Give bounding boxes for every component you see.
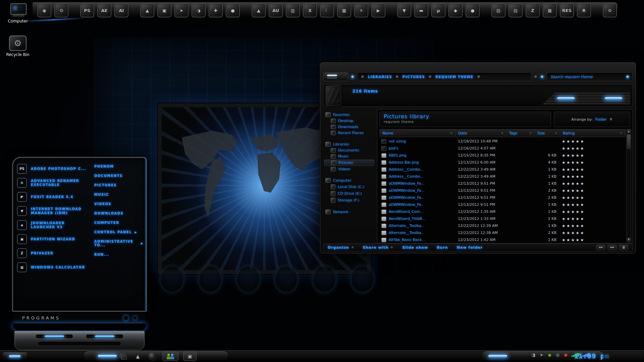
tray-icon[interactable]: ➤ <box>539 353 544 357</box>
file-row[interactable]: psd's 12/16/2012 4:57 AM ★★★★★ <box>379 145 626 152</box>
nav-item[interactable]: Favorites <box>324 112 374 118</box>
command-button[interactable]: Share with <box>363 245 394 250</box>
start-menu-place-item[interactable]: Pictures <box>94 183 143 187</box>
start-menu-place-item[interactable]: Documents <box>94 174 143 178</box>
stop-knob-icon[interactable] <box>540 75 544 79</box>
nav-item[interactable]: Storage (F:) <box>324 197 374 203</box>
start-menu-program-item[interactable]: PS Adobe Photoshop C... <box>17 164 88 174</box>
arrange-by-control[interactable]: Arrange by: Folder <box>554 112 630 127</box>
nav-knob-icon[interactable] <box>351 75 355 79</box>
arrange-value[interactable]: Folder <box>595 117 607 122</box>
place-label: Videos <box>94 202 111 206</box>
scroll-down-icon[interactable]: ▼ <box>627 238 631 242</box>
sort-diamond-icon[interactable]: ✦ <box>555 132 557 135</box>
column-header[interactable]: Tags ✦ <box>506 129 535 137</box>
sort-diamond-icon[interactable]: ✦ <box>529 132 532 135</box>
back-forward-buttons[interactable] <box>323 72 348 81</box>
file-row[interactable]: aDWMWindow_Fa... 12/13/2012 9:51 PM 2 KB… <box>379 194 626 201</box>
file-row[interactable]: not using 12/18/2012 10:48 PM ★★★★★ <box>379 138 626 145</box>
breadcrumb-item[interactable]: Pictures <box>395 75 425 79</box>
messenger-taskbar-icon[interactable] <box>162 352 178 361</box>
start-menu-program-item[interactable]: ▦ Windows Calculator <box>17 262 88 272</box>
start-menu-place-item[interactable]: Computer <box>94 221 143 225</box>
file-row[interactable]: Address__Combo... 12/22/2012 3:49 AM 1 K… <box>379 173 626 180</box>
column-header[interactable]: Date ✦ <box>455 129 506 137</box>
start-menu-program-item[interactable]: ⚙ Advanced Renamer Executable <box>17 178 88 188</box>
file-row[interactable]: aDWMWindow_Fa... 12/13/2012 9:51 PM 2 KB… <box>379 187 626 194</box>
file-row[interactable]: Alternate__Toolba... 12/22/2012 12:39 AM… <box>379 222 626 229</box>
file-row[interactable]: Alternate__Toolba... 12/22/2012 12:38 AM… <box>379 229 626 236</box>
nav-item[interactable]: Videos <box>324 166 374 172</box>
folder-icon <box>326 85 341 106</box>
breadcrumb-item[interactable]: Libraries <box>361 75 392 79</box>
nav-item[interactable]: Computer <box>324 177 374 183</box>
breadcrumb-item[interactable]: Requiem Theme <box>428 75 473 79</box>
file-rating: ★★★★★ <box>560 160 626 165</box>
browser-orb-taskbar-icon[interactable] <box>148 352 158 361</box>
file-row[interactable]: Address Bar.png 12/13/2012 6:00 AM 4 KB … <box>379 159 626 166</box>
nav-item[interactable]: CD Drive (E:) <box>324 190 374 197</box>
image-viewer-taskbar-icon[interactable]: ▣ <box>183 352 197 361</box>
desktop-icon[interactable]: ⚙ Recycle Bin <box>3 36 32 57</box>
alienware-taskbar-icon[interactable]: ▲ <box>133 352 143 361</box>
tray-icon[interactable]: ◎ <box>555 353 560 357</box>
column-header[interactable]: Rating ✦ <box>560 129 625 137</box>
start-menu-program-item[interactable]: ▣ Partition Wizard <box>17 234 88 244</box>
tray-icon[interactable]: ● <box>563 353 569 357</box>
start-menu-program-item[interactable]: ◈ JDownloader Launcher V3 <box>17 220 88 230</box>
start-button[interactable] <box>3 352 28 361</box>
explorer-taskbar-icon[interactable] <box>118 352 128 361</box>
nav-item[interactable]: Network <box>324 209 374 215</box>
tray-icon[interactable]: ◨ <box>531 353 536 357</box>
nav-item[interactable]: Recent Places <box>324 130 374 136</box>
nav-item[interactable]: Downloads <box>324 124 374 130</box>
start-menu-place-item[interactable]: Run... <box>94 253 143 256</box>
list-view-button[interactable] <box>596 245 605 250</box>
taskbar-glow-icon <box>98 355 117 357</box>
refresh-knob-icon[interactable] <box>534 75 538 79</box>
arrange-dropdown-icon[interactable] <box>609 118 613 121</box>
start-menu-program-item[interactable]: ▼ Internet Download Manager (IDM) <box>17 206 88 216</box>
file-row[interactable]: Address__Combo... 12/22/2012 3:49 AM 1 K… <box>379 166 626 173</box>
details-view-button[interactable] <box>607 245 617 250</box>
file-row[interactable]: 6801.png 12/15/2012 8:35 PM 6 KB ★★★★★ <box>379 152 626 159</box>
start-menu-place-item[interactable]: Videos <box>94 202 143 206</box>
column-header[interactable]: Name ✦ <box>380 129 455 137</box>
scroll-thumb[interactable] <box>627 134 631 149</box>
nav-item[interactable]: Pictures <box>324 160 374 166</box>
reset-led[interactable] <box>133 316 137 320</box>
start-menu-program-item[interactable]: Z PrivaZer <box>17 248 88 258</box>
sort-diamond-icon[interactable]: ✦ <box>450 132 452 135</box>
nav-item[interactable]: Documents <box>324 147 374 153</box>
nav-item[interactable]: Music <box>324 154 374 159</box>
file-row[interactable]: AeroWizard_Com... 12/23/2012 1:35 AM 1 K… <box>379 208 626 215</box>
file-row[interactable]: AltTab_Basic Back... 12/23/2012 1:42 AM … <box>379 236 626 242</box>
start-menu-program-item[interactable]: ◤ Foxit Reader 5.4 <box>17 192 88 202</box>
command-button[interactable]: Burn <box>437 245 448 250</box>
scrollbar[interactable]: ▲ ▼ <box>626 129 631 242</box>
start-menu-place-item[interactable]: Phenom <box>94 165 143 168</box>
file-row[interactable]: aDWMWindow_Fa... 12/13/2012 9:51 PM 1 KB… <box>379 201 626 208</box>
file-row[interactable]: aDWMWindow_Fa... 12/13/2012 9:51 PM 1 KB… <box>379 180 626 187</box>
sort-diamond-icon[interactable]: ✦ <box>501 132 503 135</box>
place-label: Administrative To... <box>94 240 138 247</box>
file-row[interactable]: AeroWizard_TitleB... 12/23/2012 1:33 AM … <box>379 215 626 222</box>
nav-item[interactable]: Local Disk (C:) <box>324 184 374 190</box>
scroll-up-icon[interactable]: ▲ <box>627 129 631 134</box>
search-button-icon[interactable] <box>626 75 630 79</box>
power-led[interactable] <box>123 315 128 320</box>
column-header[interactable]: Size ✦ <box>535 129 560 137</box>
command-button[interactable]: New folder <box>457 245 483 250</box>
nav-item[interactable]: Desktop <box>324 118 374 124</box>
start-menu-place-item[interactable]: Control Panel ▶ <box>94 230 143 234</box>
command-button[interactable]: Slide show <box>402 245 428 250</box>
start-menu-place-item[interactable]: Music <box>94 193 143 196</box>
preview-pane-button[interactable] <box>619 245 628 250</box>
start-menu-place-item[interactable]: Downloads <box>94 212 143 215</box>
start-menu-place-item[interactable]: Administrative To... ▶ <box>94 240 143 247</box>
tray-icon[interactable]: ◉ <box>547 353 552 357</box>
search-input[interactable] <box>550 74 624 79</box>
nav-item[interactable]: Libraries <box>324 141 374 147</box>
command-button[interactable]: Organize <box>328 245 354 250</box>
sort-diamond-icon[interactable]: ✦ <box>620 132 622 135</box>
